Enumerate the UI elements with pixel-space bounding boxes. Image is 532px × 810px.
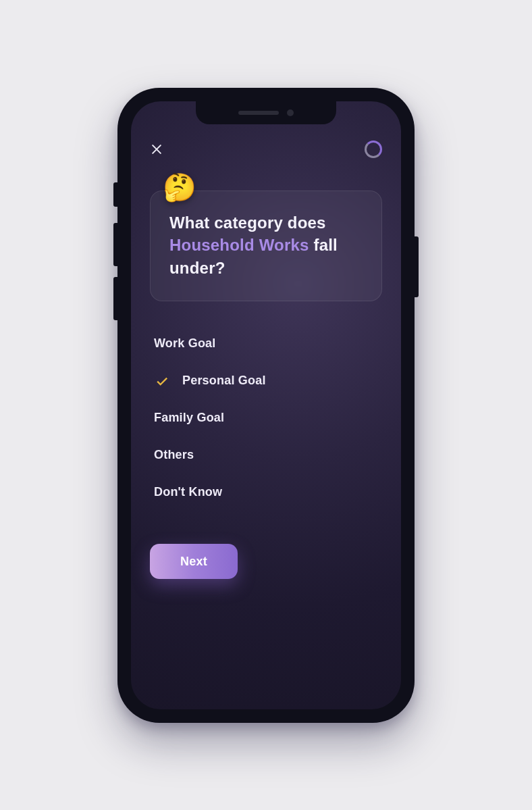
front-camera [287, 109, 294, 116]
option-label: Family Goal [154, 411, 224, 425]
option-item[interactable]: Family Goal [154, 404, 382, 432]
screen: 🤔 What category does Household Works fal… [131, 101, 401, 709]
speaker [238, 111, 279, 115]
check-slot [154, 374, 170, 388]
check-icon [154, 374, 170, 388]
options-list: Work GoalPersonal GoalFamily GoalOthersD… [150, 330, 382, 506]
next-button[interactable]: Next [150, 544, 238, 579]
app-content: 🤔 What category does Household Works fal… [131, 101, 401, 709]
option-label: Others [154, 448, 194, 462]
question-prefix: What category does [169, 213, 326, 232]
phone-frame: 🤔 What category does Household Works fal… [117, 88, 415, 723]
option-label: Personal Goal [182, 374, 266, 388]
phone-side-button [113, 277, 117, 320]
phone-side-button [113, 182, 117, 207]
phone-side-button [113, 223, 117, 266]
option-item[interactable]: Don't Know [154, 478, 382, 506]
header [150, 138, 382, 161]
option-label: Don't Know [154, 485, 222, 499]
phone-notch [196, 101, 336, 124]
option-item[interactable]: Personal Goal [154, 367, 382, 395]
thinking-emoji-icon: 🤔 [163, 174, 196, 201]
loading-spinner-icon [365, 141, 382, 158]
close-button[interactable] [150, 143, 163, 156]
question-text: What category does Household Works fall … [169, 211, 363, 280]
option-label: Work Goal [154, 336, 215, 351]
close-icon [150, 143, 163, 156]
option-item[interactable]: Others [154, 441, 382, 469]
phone-side-button [415, 236, 419, 297]
question-card: 🤔 What category does Household Works fal… [150, 191, 382, 302]
option-item[interactable]: Work Goal [154, 330, 382, 357]
question-highlight: Household Works [169, 236, 309, 254]
